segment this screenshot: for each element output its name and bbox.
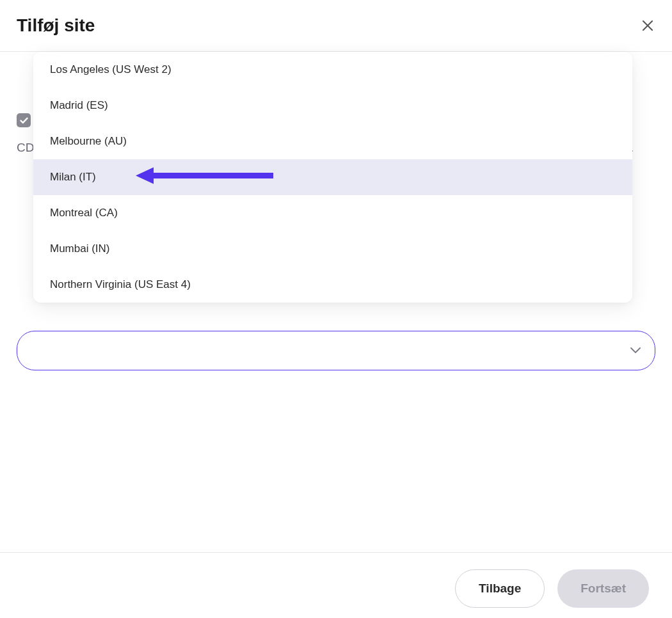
close-icon [642,20,653,31]
dropdown-option-melbourne[interactable]: Melbourne (AU) [33,123,632,159]
dropdown-option-northern-virginia[interactable]: Northern Virginia (US East 4) [33,267,632,303]
dropdown-option-madrid[interactable]: Madrid (ES) [33,88,632,123]
annotation-arrow-icon [136,166,276,189]
dropdown-option-montreal[interactable]: Montreal (CA) [33,195,632,231]
dropdown-option-mumbai[interactable]: Mumbai (IN) [33,231,632,267]
modal-content: Los Angeles (US West 2) Madrid (ES) Melb… [0,52,672,159]
modal-header: Tilføj site [0,0,672,52]
svg-marker-3 [136,168,154,184]
check-icon [20,117,28,124]
close-button[interactable] [640,18,655,33]
modal-title: Tilføj site [17,15,95,36]
datacenter-select[interactable] [17,331,655,370]
datacenter-dropdown-panel: Los Angeles (US West 2) Madrid (ES) Melb… [33,52,632,303]
cdn-checkbox[interactable] [17,113,31,127]
continue-button[interactable]: Fortsæt [557,569,649,608]
modal-footer: Tilbage Fortsæt [0,552,672,618]
dropdown-option-los-angeles[interactable]: Los Angeles (US West 2) [33,52,632,88]
back-button[interactable]: Tilbage [455,569,545,608]
dropdown-option-milan[interactable]: Milan (IT) [33,159,632,195]
dropdown-option-label: Milan (IT) [50,171,96,183]
chevron-down-icon [630,347,641,354]
